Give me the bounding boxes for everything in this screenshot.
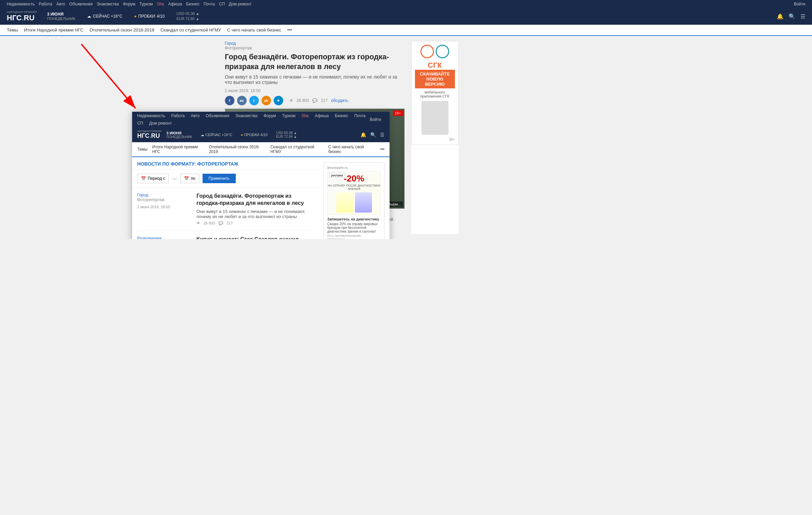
ov-logo-ru: RU xyxy=(151,132,160,139)
ov-nav-avto[interactable]: Авто xyxy=(191,113,200,118)
sec-nav-more[interactable]: ••• xyxy=(287,27,292,33)
nav-rabota[interactable]: Работа xyxy=(39,2,53,6)
ov-nav-turizm[interactable]: Туризм xyxy=(282,113,295,118)
sec-nav-skandal[interactable]: Скандал со студенткой НГМУ xyxy=(160,27,221,33)
share-vk[interactable]: вк xyxy=(237,96,247,105)
nav-obyavleniya[interactable]: Объявления xyxy=(69,2,92,6)
article-stats: 👁 26 803 💬 217 обсудить xyxy=(289,98,348,103)
oa1-date: 2 июня 2019, 18:50 xyxy=(137,205,191,209)
oa1-comments: 217 xyxy=(227,221,233,226)
nav-afisha[interactable]: Афиша xyxy=(168,2,182,6)
ad-logo-circle-blue xyxy=(436,45,449,58)
nav-avto[interactable]: Авто xyxy=(56,2,65,6)
sec-nav-temy[interactable]: Темы xyxy=(7,27,18,33)
search-icon[interactable]: 🔍 xyxy=(789,13,795,20)
ov-sec-more[interactable]: ••• xyxy=(380,147,384,152)
logo-main-text: НГС.RU xyxy=(7,14,37,22)
usd-rate: USD 65.38 ▲ xyxy=(176,11,200,16)
ov-sec-skandal[interactable]: Скандал со студенткой НГМУ xyxy=(270,145,324,154)
nav-sp[interactable]: СП xyxy=(219,2,225,6)
ad-device-image xyxy=(421,101,449,135)
sec-nav-otoplenie[interactable]: Отопительный сезон 2018-2019 xyxy=(89,27,154,33)
share-facebook[interactable]: f xyxy=(225,96,234,105)
ov-nav-obyavleniya[interactable]: Объявления xyxy=(206,113,229,118)
advertisement-banner: СГК СКАЧИВАЙТЕ НОВУЮ ВЕРСИЮ мобильного п… xyxy=(411,41,459,234)
ov-nav-afisha[interactable]: Афиша xyxy=(315,113,329,118)
nav-dom-remont[interactable]: Дом ремонт xyxy=(229,2,252,6)
overlay-traffic: ● ПРОБКИ 4/10 xyxy=(241,133,268,137)
date-from-input[interactable]: 📅 Период с xyxy=(137,174,169,183)
ov-sec-temy[interactable]: Темы xyxy=(137,147,147,152)
nav-forum[interactable]: Форум xyxy=(123,2,135,6)
oa1-meta: Город Фоторепортаж 2 июня 2019, 18:50 xyxy=(137,193,191,226)
ov-nav-forum[interactable]: Форум xyxy=(264,113,276,118)
overlay-secondary-nav: Темы Итоги Народной премии НГС Отопитель… xyxy=(132,142,390,157)
overlay-nav-links: Недвижимость Работа Авто Объявления Знак… xyxy=(137,113,370,126)
menu-icon[interactable]: ☰ xyxy=(800,13,805,20)
sec-nav-biznes[interactable]: С чего начать свой бизнес xyxy=(227,27,281,33)
ad-discount-text: НА ОПРАВУ ПОСЛЕ ДИАГНОСТИКИ ЗРЕНИЯ xyxy=(328,184,380,191)
ov-nav-sp[interactable]: СП xyxy=(137,121,143,126)
nav-biznes[interactable]: Бизнес xyxy=(186,2,200,6)
oa1-comments-icon: 💬 xyxy=(218,221,223,226)
top-navigation: Недвижимость Работа Авто Объявления Знак… xyxy=(0,0,812,8)
ad-person-1 xyxy=(336,192,353,213)
ad-content[interactable]: СГК СКАЧИВАЙТЕ НОВУЮ ВЕРСИЮ мобильного п… xyxy=(411,41,459,145)
oa2-category[interactable]: Развлечения xyxy=(137,236,191,239)
ad-headline: СКАЧИВАЙТЕ НОВУЮ ВЕРСИЮ xyxy=(415,70,455,88)
site-logo[interactable]: НАРОДНАЯ ПРЕМИЯ НГС.RU xyxy=(7,11,37,22)
ov-sec-otoplenie[interactable]: Отопительный сезон 2018-2019 xyxy=(209,145,266,154)
ov-sec-biznes[interactable]: С чего начать свой бизнес xyxy=(328,145,376,154)
apply-filter-button[interactable]: Применить xyxy=(203,174,236,183)
share-twitter[interactable]: t xyxy=(249,96,259,105)
overlay-date: 3 ИЮНЯ ПОНЕДЕЛЬНИК xyxy=(166,131,192,139)
ad-right-image: реклама -20% НА ОПРАВУ ПОСЛЕ ДИАГНОСТИКИ… xyxy=(327,171,381,215)
ov-nav-she[interactable]: She xyxy=(301,113,309,118)
main-article-title[interactable]: Город безнадёги. Фоторепортаж из городка… xyxy=(225,52,404,71)
ov-nav-dom-remont[interactable]: Дом ремонт xyxy=(149,121,172,126)
oa1-category[interactable]: Город xyxy=(137,193,191,197)
traffic-label: ПРОБКИ xyxy=(138,14,155,19)
article-meta: Город Фоторепортаж xyxy=(225,41,404,50)
ov-nav-pochta[interactable]: Почта xyxy=(354,113,366,118)
ad-subtext: мобильного приложения СГК xyxy=(415,90,455,98)
nav-nedvizhimost[interactable]: Недвижимость xyxy=(7,2,35,6)
share-ok[interactable]: ok xyxy=(262,96,271,105)
ov-menu-icon[interactable]: ☰ xyxy=(380,132,384,137)
discuss-link[interactable]: обсудить xyxy=(331,98,348,103)
notification-icon[interactable]: 🔔 xyxy=(777,13,784,20)
article-category[interactable]: Город xyxy=(225,41,236,46)
nav-znakomstva[interactable]: Знакомства xyxy=(97,2,119,6)
secondary-navigation: Темы Итоги Народной премии НГС Отопитель… xyxy=(0,25,812,36)
ov-logo-main: НГС.RU xyxy=(137,132,161,140)
ov-nav-nedvizhimost[interactable]: Недвижимость xyxy=(137,113,165,118)
ov-search-icon[interactable]: 🔍 xyxy=(370,132,376,137)
ov-sec-itogi[interactable]: Итоги Народной премии НГС xyxy=(152,145,204,154)
share-telegram[interactable]: ✈ xyxy=(274,96,283,105)
ad-cta-sub2: Скидка 20% на оправу мировых брендов при… xyxy=(327,222,381,233)
ov-nav-rabota[interactable]: Работа xyxy=(171,113,185,118)
date-to-input[interactable]: 📅 по xyxy=(180,174,199,183)
right-ad-block[interactable]: lensmaster.ru реклама -20% НА ОПРАВУ ПОС… xyxy=(324,162,384,239)
ov-login-link[interactable]: Войти xyxy=(370,117,381,122)
ov-notification-icon[interactable]: 🔔 xyxy=(360,132,366,137)
ov-nav-znakomstva[interactable]: Знакомства xyxy=(235,113,257,118)
overlay-article-1: Город Фоторепортаж 2 июня 2019, 18:50 Го… xyxy=(137,188,313,231)
oa1-title[interactable]: Город безнадёги. Фоторепортаж из городка… xyxy=(196,193,313,207)
traffic-value: 4/10 xyxy=(157,14,165,19)
overlay-logo[interactable]: НАРОДНАЯ ПРЕМИЯ НГС.RU xyxy=(137,130,161,140)
oa2-title[interactable]: Кипит и синеет: Стас Соколов оценил пиво… xyxy=(196,236,313,239)
login-link[interactable]: Войти xyxy=(794,2,805,6)
section-title: НОВОСТИ ПО ФОРМАТУ: ФОТОРЕПОРТАЖ xyxy=(132,157,318,170)
overlay-right-sidebar: lensmaster.ru реклама -20% НА ОПРАВУ ПОС… xyxy=(318,157,390,239)
overlay-main-content: НОВОСТИ ПО ФОРМАТУ: ФОТОРЕПОРТАЖ 📅 Перио… xyxy=(132,157,318,239)
header-weather: ☁ СЕЙЧАС +16°С xyxy=(87,14,122,19)
nav-pochta[interactable]: Почта xyxy=(204,2,215,6)
sec-nav-itogi[interactable]: Итоги Народной премии НГС xyxy=(24,27,83,33)
age-rating: 16+ xyxy=(393,110,403,116)
eur-rate: EUR 72.84 ▲ xyxy=(176,16,200,21)
nav-she[interactable]: She xyxy=(157,2,164,6)
nav-turizm[interactable]: Туризм xyxy=(139,2,153,6)
ov-nav-biznes[interactable]: Бизнес xyxy=(335,113,348,118)
ad-rating: 16+ xyxy=(415,137,455,141)
